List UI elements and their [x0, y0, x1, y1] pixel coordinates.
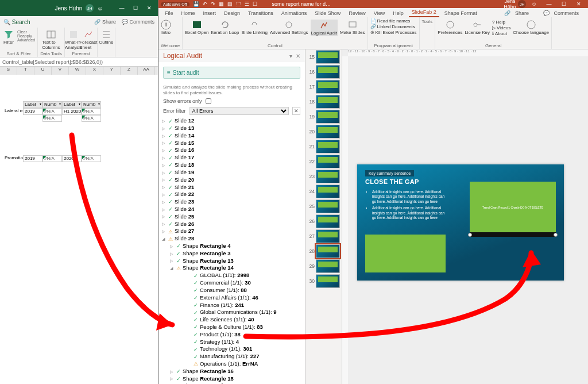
tree-node[interactable]: ▷✓Slide 12	[162, 117, 305, 125]
tab-review[interactable]: Review	[346, 9, 369, 17]
preferences-button[interactable]: Preferences	[438, 20, 462, 35]
excel-comments[interactable]: 💬 Comments	[122, 19, 154, 25]
text-to-columns[interactable]: Text to Columns	[45, 30, 57, 50]
maximize-icon[interactable]: ☐	[129, 4, 142, 12]
tree-node[interactable]: ✓Global Communications (1/1): 9	[162, 309, 305, 316]
qat-icon[interactable]: ☰	[245, 1, 249, 7]
start-audit-button[interactable]: ≡ Start audit	[163, 67, 300, 79]
about-link[interactable]: ℹ About	[492, 31, 510, 36]
thumbnail[interactable]: 19	[305, 109, 342, 124]
tree-node[interactable]: ✓Life Sciences (1/1): 40	[162, 316, 305, 324]
col-header[interactable]: W	[69, 67, 86, 75]
tab-slide-show[interactable]: Slide Show	[312, 9, 343, 17]
tree-node[interactable]: ✓Technology (1/1): 301	[162, 345, 305, 353]
maximize-icon[interactable]: ☐	[557, 1, 571, 7]
tree-node[interactable]: ▷✓Slide 21	[162, 184, 305, 191]
tree-node[interactable]: ✓Finance (1/1): 241	[162, 302, 305, 309]
thumbnail[interactable]: 30	[305, 274, 342, 289]
tree-node[interactable]: ▷✓Slide 26	[162, 221, 305, 228]
intro-button[interactable]: iIntro	[161, 20, 171, 35]
selection-handles[interactable]	[470, 232, 556, 237]
tree-node[interactable]: ◢⚠Slide 28	[162, 235, 305, 243]
table-header[interactable]: Numb	[82, 101, 101, 108]
col-header[interactable]: U	[34, 67, 52, 75]
dropdown-icon[interactable]: ▾	[289, 53, 292, 59]
forecast-sheet-button[interactable]: Forecast Sheet	[82, 30, 95, 50]
col-header[interactable]: Y	[103, 67, 121, 75]
kill-excel[interactable]: ⊘ Kill Excel Processes	[370, 30, 417, 35]
tree-node[interactable]: ▷✓Slide 13	[162, 125, 305, 132]
thumbnail[interactable]: 22	[305, 154, 342, 169]
slide-bullets[interactable]: Additional insights can go here. Additio…	[368, 190, 449, 222]
col-header[interactable]: Z	[121, 67, 138, 75]
table-header[interactable]: Label	[62, 101, 82, 108]
thumbnail[interactable]: 28	[305, 244, 342, 259]
col-header[interactable]: AA	[138, 67, 155, 75]
selected-shape-rectangle14[interactable]: Trend Chart Record 1 Chart\nDO NOT DELET…	[470, 182, 556, 233]
tree-node[interactable]: ▷✓Slide 16	[162, 147, 305, 154]
excel-open-button[interactable]: Excel Open	[185, 20, 208, 35]
tab-view[interactable]: View	[371, 9, 388, 17]
thumbnail[interactable]: 26	[305, 214, 342, 229]
filter-button[interactable]: Filter	[2, 30, 15, 45]
formula-bar[interactable]: Control_table[Selected report]:$B6:$B26,…	[0, 57, 158, 67]
close-icon[interactable]: ✕	[572, 1, 586, 7]
choose-language-button[interactable]: Choose language	[513, 20, 549, 35]
tree-node[interactable]: ✓People & Culture (1/1): 83	[162, 324, 305, 331]
undo-icon[interactable]: ↶	[203, 1, 207, 7]
excel-share[interactable]: 🔗 Share	[94, 19, 116, 25]
tree-node[interactable]: ▷✓Slide 14	[162, 132, 305, 140]
thumbnail[interactable]: 16	[305, 64, 342, 79]
shape-rectangle[interactable]	[365, 235, 446, 272]
outline-button[interactable]: Outline	[100, 30, 113, 45]
tab-slidefab-2[interactable]: SlideFab 2	[409, 8, 439, 17]
qat-icon[interactable]: ▤	[227, 1, 233, 7]
thumbnail[interactable]: 24	[305, 184, 342, 199]
tree-node[interactable]: ✓Strategy (1/1): 4	[162, 339, 305, 346]
thumbnail[interactable]: 29	[305, 259, 342, 274]
tree-node[interactable]: ◢⚠Shape Rectangle 14	[162, 264, 305, 272]
logical-audit-button[interactable]: Logical Audit	[311, 20, 338, 36]
slide-thumbnails[interactable]: 15161718192021222324252627282930	[305, 49, 342, 384]
whatif-button[interactable]: What-If Analysis	[67, 30, 80, 50]
tree-node[interactable]: ▷✓Shape Rectangle 16	[162, 368, 305, 375]
thumbnail[interactable]: 21	[305, 139, 342, 154]
slide-linking-button[interactable]: Slide Linking	[242, 20, 268, 35]
table-header[interactable]: Numb	[42, 101, 62, 108]
autosave-toggle[interactable]: AutoSave Off	[161, 2, 189, 6]
tab-shape-format[interactable]: Shape Format	[442, 9, 480, 17]
thumbnail[interactable]: 15	[305, 49, 342, 64]
qat-icon[interactable]: ☐	[253, 1, 257, 7]
minimize-icon[interactable]: —	[542, 1, 556, 7]
videos-link[interactable]: ▷ Videos	[492, 25, 510, 30]
thumbnail[interactable]: 25	[305, 199, 342, 214]
audit-tree[interactable]: ▷✓Slide 12▷✓Slide 13▷✓Slide 14▷✓Slide 15…	[158, 116, 305, 384]
tab-transitions[interactable]: Transitions	[245, 9, 276, 17]
close-icon[interactable]: ✕	[296, 53, 300, 59]
tree-node[interactable]: ▷✓Shape Rectangle 3	[162, 250, 305, 258]
qat-icon[interactable]: ▦	[219, 1, 224, 7]
show-errors-checkbox[interactable]	[206, 98, 211, 104]
tree-node[interactable]: ▷✓Slide 17	[162, 154, 305, 162]
help-link[interactable]: ? Help	[492, 20, 510, 25]
slide-title[interactable]: CLOSE THE GAP	[365, 178, 419, 185]
read-filenames[interactable]: 📄 Read file names	[370, 18, 417, 24]
tree-node[interactable]: ▷⚠Slide 27	[162, 228, 305, 235]
tab-file[interactable]: File	[162, 9, 176, 17]
tree-node[interactable]: ✓Consumer (1/1): 88	[162, 287, 305, 294]
clear-filter-icon[interactable]: ✕	[292, 107, 300, 115]
face-icon[interactable]: ☺	[527, 1, 541, 7]
tree-node[interactable]: ✓External Affairs (1/1): 46	[162, 294, 305, 302]
tree-node[interactable]: ✓Product (1/1): 38	[162, 331, 305, 339]
key-summary-box[interactable]: Key summary sentence	[365, 170, 414, 176]
tab-insert[interactable]: Insert	[200, 9, 219, 17]
tree-node[interactable]: ⚠Operations (1/1): ErrNA	[162, 360, 305, 368]
thumbnail[interactable]: 18	[305, 94, 342, 109]
tree-node[interactable]: ▷✓Slide 15	[162, 140, 305, 147]
tree-node[interactable]: ✓Commercial (1/1): 30	[162, 279, 305, 287]
tree-node[interactable]: ▷✓Slide 18	[162, 162, 305, 169]
tab-help[interactable]: Help	[390, 9, 407, 17]
slide[interactable]: Key summary sentence CLOSE THE GAP Addit…	[357, 164, 564, 281]
thumbnail[interactable]: 23	[305, 169, 342, 184]
tree-node[interactable]: ▷✓Slide 24	[162, 206, 305, 213]
